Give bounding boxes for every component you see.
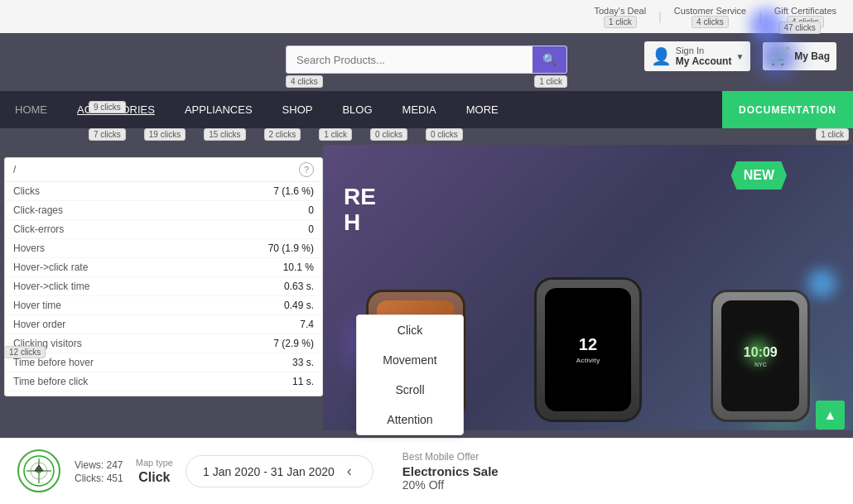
- stats-row-label: Hover order: [13, 319, 65, 330]
- todays-deal-item[interactable]: Today's Deal 1 click: [594, 6, 646, 28]
- stats-row-value: 7 (1.6 %): [273, 185, 314, 197]
- stats-row-value: 0.49 s.: [284, 300, 314, 311]
- accessories-click-badge: 7 clicks: [89, 128, 126, 141]
- appliances-click-badge: 19 clicks: [144, 128, 186, 141]
- stats-row-value: 7.4: [300, 319, 314, 330]
- stats-row: Hovers70 (1.9 %): [5, 239, 322, 258]
- nav-documentation-button[interactable]: DOCUMENTATION: [722, 91, 853, 128]
- map-type-area: Map type Click: [136, 458, 173, 485]
- chevron-up-icon: ▲: [824, 408, 837, 423]
- stats-row-label: Time before hover: [13, 357, 94, 368]
- stats-panel: / ? Clicks7 (1.6 %)Click-rages0Click-err…: [4, 157, 323, 396]
- stats-rows: Clicks7 (1.6 %)Click-rages0Click-errors0…: [5, 182, 322, 391]
- stats-row-value: 0: [308, 223, 314, 235]
- stats-row-value: 0: [308, 204, 314, 216]
- map-type-value: Click: [138, 470, 170, 485]
- electronics-sale: Electronics Sale: [402, 464, 499, 478]
- stats-row-value: 7 (2.9 %): [273, 338, 314, 349]
- stats-row-label: Hover time: [13, 300, 61, 311]
- nav-item-more[interactable]: MORE: [451, 91, 513, 128]
- date-prev-button[interactable]: ‹: [343, 463, 356, 480]
- more-click-badge: 0 clicks: [370, 128, 407, 141]
- stats-row-value: 70 (1.9 %): [268, 242, 314, 254]
- nav-clicks-row: 7 clicks 19 clicks 15 clicks 2 clicks 1 …: [0, 128, 853, 141]
- stats-row: Click-errors0: [5, 220, 322, 239]
- stats-row-label: Click-rages: [13, 204, 63, 216]
- dropdown-item-movement[interactable]: Movement: [357, 345, 463, 375]
- nav-item-home[interactable]: HOME: [0, 91, 62, 128]
- svg-marker-6: [35, 465, 43, 471]
- nav-items: HOME ACCESSORIES APPLIANCES SHOP BLOG ME…: [0, 91, 853, 128]
- best-offer-title: Best Mobile Offer: [402, 451, 499, 463]
- nav-item-blog[interactable]: BLOG: [327, 91, 387, 128]
- stats-row: Click-rages0: [5, 201, 322, 220]
- nav-item-appliances[interactable]: APPLIANCES: [170, 91, 267, 128]
- views-stat: Views: 247: [75, 459, 123, 471]
- my-bag-label: My Bag: [794, 50, 830, 62]
- blog-click-badge: 2 clicks: [264, 128, 301, 141]
- logo-icon: [17, 449, 62, 494]
- stats-row: Hover->click time0.63 s.: [5, 277, 322, 296]
- left-clicks-badge: 12 clicks: [4, 346, 46, 358]
- stats-path: /: [13, 164, 16, 175]
- nav-item-media[interactable]: MEDIA: [388, 91, 451, 128]
- help-button[interactable]: ?: [299, 162, 314, 177]
- clicks-stat: Clicks: 451: [75, 473, 123, 484]
- stats-row-label: Hovers: [13, 242, 45, 254]
- sign-in-label: Sign In: [676, 46, 732, 55]
- date-range-text: 1 Jan 2020 - 31 Jan 2020: [203, 465, 335, 478]
- stats-row-label: Hover->click time: [13, 281, 89, 292]
- cart-icon: 🛒: [769, 46, 790, 66]
- media-click-badge: 1 click: [319, 128, 352, 141]
- account-area: 👤 Sign In My Account ▼ 47 clicks 🛒 My Ba…: [644, 41, 836, 71]
- stats-row-label: Hover->click rate: [13, 262, 88, 273]
- stats-row-value: 10.1 %: [283, 262, 314, 273]
- extra-click-badge: 0 clicks: [426, 128, 463, 141]
- customer-service-label: Customer Service: [674, 6, 746, 16]
- cart-area[interactable]: 47 clicks 🛒 My Bag: [763, 42, 836, 70]
- sale-percent: 20% Off: [402, 478, 499, 492]
- gift-certificates-label: Gift Certificates: [774, 6, 836, 16]
- doc-click-badge: 1 click: [816, 128, 849, 141]
- nav-bar: HOME ACCESSORIES APPLIANCES SHOP BLOG ME…: [0, 91, 853, 128]
- bottom-stats: Views: 247 Clicks: 451: [75, 459, 123, 484]
- dropdown-item-scroll[interactable]: Scroll: [357, 375, 463, 405]
- stats-row: Clicking visitors7 (2.9 %): [5, 334, 322, 353]
- search-area: 🔍 4 clicks 1 click: [286, 46, 567, 88]
- user-icon: 👤: [651, 46, 672, 66]
- stats-row-label: Click-errors: [13, 223, 64, 235]
- stats-row-value: 0.63 s.: [284, 281, 314, 292]
- best-offer: Best Mobile Offer Electronics Sale 20% O…: [402, 451, 499, 492]
- stats-header: / ?: [5, 158, 322, 182]
- my-bag-item[interactable]: 🛒 My Bag: [763, 42, 836, 70]
- customer-service-item[interactable]: Customer Service 4 clicks: [674, 6, 746, 28]
- nav-item-shop[interactable]: SHOP: [267, 91, 328, 128]
- stats-row: Hover order7.4: [5, 315, 322, 334]
- watch-3: 10:09 NYC: [711, 290, 810, 422]
- search-input[interactable]: [287, 47, 533, 73]
- watch-2: 12 Activity: [534, 277, 642, 422]
- todays-deal-clicks: 1 click: [604, 16, 637, 28]
- search-clicks-row: 4 clicks 1 click: [286, 75, 567, 88]
- search-left-clicks: 4 clicks: [286, 75, 323, 88]
- scroll-up-button[interactable]: ▲: [816, 401, 845, 430]
- dropdown-item-attention[interactable]: Attention: [357, 405, 463, 434]
- dropdown-menu: Click Movement Scroll Attention: [356, 314, 464, 435]
- hero-text: RE H: [344, 182, 376, 236]
- new-badge: NEW: [731, 161, 787, 190]
- chevron-down-icon: ▼: [735, 52, 744, 61]
- stats-row: Hover->click rate10.1 %: [5, 258, 322, 277]
- my-account-item[interactable]: 👤 Sign In My Account ▼: [644, 41, 750, 71]
- stats-row-label: Clicks: [13, 185, 40, 197]
- todays-deal-label: Today's Deal: [594, 6, 646, 16]
- stats-row-value: 11 s.: [292, 376, 314, 387]
- search-button[interactable]: 🔍: [533, 46, 566, 73]
- stats-row: Time before hover33 s.: [5, 353, 322, 372]
- stats-row: Clicks7 (1.6 %): [5, 182, 322, 201]
- cart-badge-area: 47 clicks: [763, 19, 836, 34]
- stats-row: Time before click11 s.: [5, 372, 322, 391]
- dropdown-item-click[interactable]: Click: [357, 315, 463, 345]
- search-right-clicks: 1 click: [534, 75, 567, 88]
- top-bar: Today's Deal 1 click | Customer Service …: [0, 0, 853, 33]
- search-icon: 🔍: [542, 53, 557, 66]
